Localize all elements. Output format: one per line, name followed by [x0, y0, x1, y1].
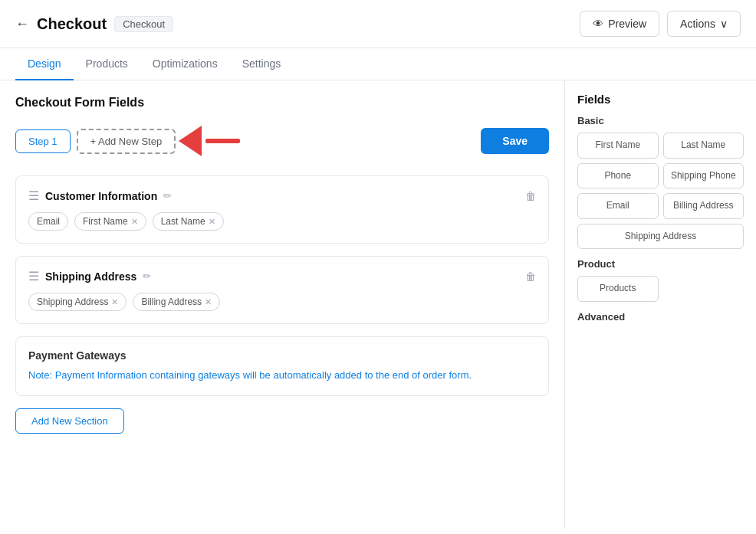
field-shipping-phone[interactable]: Shipping Phone — [663, 163, 744, 189]
basic-fields-grid: First Name Last Name Phone Shipping Phon… — [577, 133, 744, 249]
back-button[interactable]: ← — [15, 16, 29, 32]
page-title: Checkout — [37, 15, 107, 33]
payment-gateways-card: Payment Gateways Note: Payment Informati… — [15, 336, 549, 396]
tag-billing-address: Billing Address ✕ — [133, 293, 220, 311]
save-button[interactable]: Save — [481, 128, 549, 154]
customer-information-card: ☰ Customer Information ✏ 🗑 Email First N… — [15, 175, 549, 244]
field-shipping-address[interactable]: Shipping Address — [577, 224, 744, 250]
tag-shipping-address: Shipping Address ✕ — [28, 293, 127, 311]
sidebar-title: Fields — [577, 93, 744, 106]
payment-note-highlight: Note: — [28, 369, 52, 381]
payment-title: Payment Gateways — [28, 349, 536, 362]
field-phone[interactable]: Phone — [577, 163, 659, 189]
step1-button[interactable]: Step 1 — [15, 129, 71, 153]
header: ← Checkout Checkout 👁 Preview Actions ∨ — [0, 0, 756, 48]
preview-button[interactable]: 👁 Preview — [580, 11, 659, 37]
tag-billing-remove[interactable]: ✕ — [205, 297, 212, 307]
tag-last-name: Last Name ✕ — [153, 212, 224, 231]
tag-last-name-remove[interactable]: ✕ — [209, 217, 215, 227]
shipping-address-card: ☰ Shipping Address ✏ 🗑 Shipping Address … — [15, 256, 549, 324]
delete-icon[interactable]: 🗑 — [525, 190, 536, 202]
payment-note-text: Payment Information containing gateways … — [55, 369, 472, 381]
header-right: 👁 Preview Actions ∨ — [580, 11, 741, 37]
tab-products[interactable]: Products — [74, 48, 140, 80]
advanced-group-title: Advanced — [577, 311, 744, 323]
customer-info-tags: Email First Name ✕ Last Name ✕ — [28, 212, 536, 231]
tag-first-name-remove[interactable]: ✕ — [131, 217, 138, 227]
tag-shipping-label: Shipping Address — [37, 296, 108, 307]
shipping-delete-icon[interactable]: 🗑 — [525, 270, 536, 283]
field-billing-address[interactable]: Billing Address — [663, 193, 744, 219]
steps-bar: Step 1 + Add New Step Save — [15, 122, 549, 160]
breadcrumb-badge: Checkout — [114, 16, 173, 32]
shipping-drag-icon: ☰ — [28, 269, 39, 283]
add-section-button[interactable]: Add New Section — [15, 408, 124, 434]
arrow-wrapper — [179, 122, 248, 160]
card-title-area: ☰ Customer Information ✏ — [28, 188, 172, 203]
payment-note: Note: Payment Information containing gat… — [28, 368, 536, 383]
tag-email: Email — [28, 212, 68, 231]
main-area: Checkout Form Fields Step 1 + Add New St… — [0, 80, 756, 529]
shipping-address-title: Shipping Address — [45, 270, 136, 283]
actions-button[interactable]: Actions ∨ — [667, 11, 741, 37]
field-first-name[interactable]: First Name — [577, 133, 659, 159]
eye-icon: 👁 — [593, 18, 603, 30]
shipping-card-header: ☰ Shipping Address ✏ 🗑 — [28, 269, 536, 283]
product-group-title: Product — [577, 258, 744, 270]
field-products[interactable]: Products — [577, 276, 659, 302]
tab-settings[interactable]: Settings — [230, 48, 294, 80]
tag-email-label: Email — [37, 216, 60, 227]
chevron-down-icon: ∨ — [720, 18, 728, 30]
shipping-card-title-area: ☰ Shipping Address ✏ — [28, 269, 151, 283]
back-arrow-icon: ← — [15, 16, 29, 32]
add-step-area: + Add New Step — [71, 122, 248, 160]
tag-first-name: First Name ✕ — [74, 212, 146, 231]
tab-optimizations[interactable]: Optimizations — [140, 48, 230, 80]
header-left: ← Checkout Checkout — [15, 15, 173, 33]
tag-first-name-label: First Name — [83, 216, 128, 227]
field-email[interactable]: Email — [577, 193, 659, 219]
card-header: ☰ Customer Information ✏ 🗑 — [28, 188, 536, 203]
section-title: Checkout Form Fields — [15, 96, 549, 110]
tab-design[interactable]: Design — [15, 48, 74, 80]
shipping-edit-icon[interactable]: ✏ — [143, 270, 151, 282]
svg-marker-1 — [179, 126, 202, 156]
drag-icon: ☰ — [28, 188, 39, 203]
tag-last-name-label: Last Name — [161, 216, 205, 227]
fields-sidebar: Fields Basic First Name Last Name Phone … — [564, 80, 756, 529]
add-step-button[interactable]: + Add New Step — [77, 129, 176, 154]
basic-group-title: Basic — [577, 115, 744, 126]
red-arrow-icon — [179, 122, 248, 160]
product-fields-grid: Products — [577, 276, 744, 302]
tag-billing-label: Billing Address — [141, 296, 202, 307]
customer-info-title: Customer Information — [45, 190, 157, 202]
svg-rect-0 — [205, 139, 240, 143]
tag-shipping-remove[interactable]: ✕ — [111, 297, 118, 307]
field-last-name[interactable]: Last Name — [663, 133, 744, 159]
edit-icon[interactable]: ✏ — [163, 190, 172, 201]
shipping-tags: Shipping Address ✕ Billing Address ✕ — [28, 293, 536, 311]
content-area: Checkout Form Fields Step 1 + Add New St… — [0, 80, 564, 529]
tabs-bar: Design Products Optimizations Settings — [0, 48, 756, 80]
